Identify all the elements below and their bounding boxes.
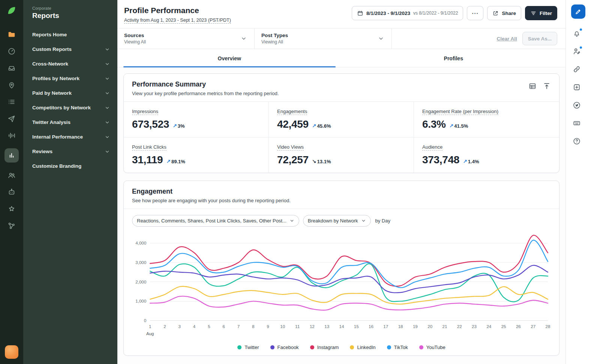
legend-item-linkedin[interactable]: LinkedIn (350, 345, 375, 350)
compose-button[interactable] (571, 4, 585, 19)
save-as-button[interactable]: Save As... (522, 32, 557, 45)
date-compare-value: vs 8/1/2022 - 9/1/2022 (413, 10, 458, 16)
legend-item-instagram[interactable]: Instagram (310, 345, 339, 350)
gauge-icon[interactable] (8, 47, 16, 55)
sidebar-item-internal-performance[interactable]: Internal Performance (23, 130, 117, 144)
metric-value: 6.3% (422, 118, 446, 130)
chevron-down-icon (241, 36, 247, 42)
tab-overview[interactable]: Overview (117, 49, 342, 67)
metric-post-link-clicks: Post Link Clicks 31,119 ↗89.1% (124, 137, 269, 173)
x-axis-tick-label: 13 (324, 324, 329, 329)
bar-chart-icon-active[interactable] (4, 148, 19, 163)
audio-levels-icon[interactable] (8, 131, 16, 140)
notifications-bell-icon[interactable] (573, 29, 581, 37)
chart-legend: TwitterFacebookInstagramLinkedInTikTokYo… (124, 342, 559, 355)
export-to-top-icon[interactable] (543, 82, 551, 90)
folder-icon[interactable] (8, 30, 16, 39)
date-range-button[interactable]: 8/1/2023 - 9/1/2023 vs 8/1/2022 - 9/1/20… (352, 6, 464, 20)
x-axis-tick-label: 23 (472, 324, 477, 329)
y-axis-tick-label: 3,000 (135, 260, 146, 265)
x-axis-tick-label: 6 (222, 324, 225, 329)
add-plus-square-icon[interactable] (573, 83, 581, 91)
sidebar-item-competitors-by-network[interactable]: Competitors by Network (23, 100, 117, 115)
x-axis-tick-label: 26 (516, 324, 521, 329)
people-icon[interactable] (8, 171, 16, 179)
more-options-button[interactable]: ··· (467, 6, 483, 20)
keyboard-icon[interactable] (573, 119, 581, 127)
legend-item-twitter[interactable]: Twitter (237, 345, 259, 350)
sources-label: Sources (124, 33, 146, 38)
breakdown-dropdown[interactable]: Breakdown by Network (303, 215, 371, 227)
tab-profiles[interactable]: Profiles (342, 49, 566, 67)
table-view-icon[interactable] (528, 82, 537, 90)
x-axis-tick-label: 1 (149, 324, 151, 329)
paper-plane-icon[interactable] (8, 115, 16, 123)
y-axis-tick-label: 0 (144, 318, 146, 323)
metric-engagements: Engagements 42,459 ↗45.6% (269, 102, 414, 137)
metric-label[interactable]: Impressions (132, 109, 158, 115)
x-axis-tick-label: 9 (267, 324, 269, 329)
sidebar-item-customize-branding[interactable]: Customize Branding (23, 159, 117, 173)
legend-item-facebook[interactable]: Facebook (270, 345, 299, 350)
x-axis-tick-label: 14 (339, 324, 344, 329)
sidebar-item-profiles-by-network[interactable]: Profiles by Network (23, 71, 117, 86)
metric-audience: Audience 373,748 ↗1.4% (414, 137, 559, 173)
inbox-icon[interactable] (8, 64, 16, 72)
sidebar-item-custom-reports[interactable]: Custom Reports (23, 42, 117, 57)
trend-arrow-icon: ↗ (172, 123, 177, 129)
star-icon[interactable] (8, 205, 16, 213)
twitter-bird-icon[interactable] (573, 101, 581, 109)
trend-arrow-icon: ↗ (166, 158, 171, 164)
post-types-dropdown[interactable]: Post Types Viewing All (255, 28, 392, 49)
reports-sidebar: Corporate Reports Reports Home Custom Re… (23, 0, 117, 364)
legend-dot (350, 345, 354, 349)
page-title: Profile Performance (124, 6, 231, 15)
sources-dropdown[interactable]: Sources Viewing All (117, 28, 255, 49)
sidebar-item-label: Competitors by Network (32, 105, 91, 110)
list-icon[interactable] (8, 98, 16, 106)
metric-change: ↗45.6% (312, 123, 331, 129)
sidebar-item-reviews[interactable]: Reviews (23, 144, 117, 159)
sidebar-item-label: Paid by Network (32, 90, 72, 96)
metric-change: ↘13.1% (312, 158, 331, 164)
x-axis-tick-label: 22 (457, 324, 462, 329)
share-button[interactable]: Share (487, 6, 521, 20)
metric-value: 42,459 (277, 118, 309, 130)
sidebar-item-paid-by-network[interactable]: Paid by Network (23, 86, 117, 100)
engagement-chart-area: 01,0002,0003,0004,0001234567891011121314… (124, 228, 559, 342)
profile-edit-icon[interactable] (573, 47, 581, 55)
activity-period-text[interactable]: Activity from Aug 1, 2023 - Sept 1, 2023… (124, 18, 231, 24)
report-tabs: Overview Profiles (117, 49, 566, 67)
link-icon[interactable] (573, 65, 581, 73)
filter-label: Filter (540, 10, 552, 16)
metric-label[interactable]: Engagement Rate (per Impression) (422, 109, 498, 115)
engagement-card: Engagement See how people are engaging w… (123, 181, 560, 356)
metric-change: ↗3% (172, 123, 185, 129)
network-nodes-icon[interactable] (8, 222, 16, 230)
by-day-label: by Day (375, 218, 390, 224)
help-icon[interactable] (573, 137, 581, 145)
user-avatar[interactable] (5, 345, 18, 359)
engagement-metrics-dropdown[interactable]: Reactions, Comments, Shares, Post Link C… (132, 215, 299, 227)
metric-label[interactable]: Audience (422, 144, 442, 151)
chevron-down-icon (105, 149, 110, 154)
main-content: Profile Performance Activity from Aug 1,… (117, 0, 566, 364)
engagement-line-chart[interactable]: 01,0002,0003,0004,0001234567891011121314… (132, 230, 551, 342)
metric-label[interactable]: Video Views (277, 144, 304, 151)
bot-icon[interactable] (8, 188, 16, 196)
metric-label[interactable]: Engagements (277, 109, 307, 115)
x-axis-tick-label: 3 (178, 324, 181, 329)
filter-button[interactable]: Filter (525, 6, 557, 20)
sidebar-item-reports-home[interactable]: Reports Home (23, 27, 117, 42)
metric-label[interactable]: Post Link Clicks (132, 144, 166, 151)
sidebar-item-twitter-analysis[interactable]: Twitter Analysis (23, 115, 117, 130)
legend-item-youtube[interactable]: YouTube (419, 345, 446, 350)
legend-label: Facebook (278, 345, 299, 350)
legend-item-tiktok[interactable]: TikTok (387, 345, 408, 350)
clear-all-link[interactable]: Clear All (496, 36, 517, 42)
legend-dot (270, 345, 274, 349)
filter-icon (530, 10, 537, 16)
sidebar-item-label: Custom Reports (32, 46, 72, 52)
pin-icon[interactable] (8, 81, 16, 89)
sidebar-item-cross-network[interactable]: Cross-Network (23, 57, 117, 71)
